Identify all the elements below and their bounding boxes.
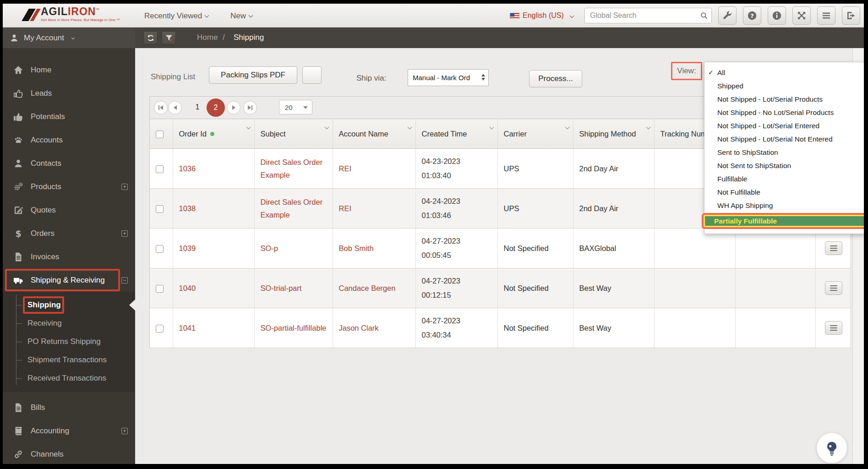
account-name-link[interactable]: Jason Clark	[339, 324, 379, 332]
help-button[interactable]: ?	[743, 6, 761, 25]
order-id-link[interactable]: 1036	[179, 164, 196, 173]
my-account-menu[interactable]: My Account	[3, 27, 135, 48]
last-page-button[interactable]	[243, 101, 257, 115]
sidebar-item-accounts[interactable]: Accounts	[3, 128, 135, 152]
subject-link[interactable]: SO-trial-part	[261, 284, 302, 292]
account-name-link[interactable]: REI	[339, 204, 352, 213]
sidebar-item-channels[interactable]: Channels	[3, 442, 135, 464]
column-header-carrier[interactable]: Carrier	[497, 119, 573, 149]
view-menu-item-partially-fulfillable[interactable]: Partially Fulfillable	[704, 215, 864, 227]
sidebar-item-shipping-receiving[interactable]: Shipping & Receiving−	[3, 268, 135, 292]
view-menu-item-fulfillable[interactable]: Fulfillable	[704, 172, 864, 185]
blank-toolbar-button[interactable]	[302, 66, 322, 84]
sort-chevron-icon[interactable]	[646, 125, 650, 130]
sidebar-item-contacts[interactable]: Contacts	[3, 152, 135, 175]
view-label[interactable]: View:	[677, 66, 696, 76]
sidebar-item-shipping[interactable]: Shipping	[3, 296, 135, 314]
expand-icon[interactable]: +	[121, 428, 128, 434]
view-menu-item-sent-to-shipstation[interactable]: Sent to ShipStation	[704, 146, 864, 159]
sidebar-item-quotes[interactable]: Quotes	[3, 198, 135, 222]
sidebar-item-leads[interactable]: Leads	[3, 82, 135, 105]
sort-chevron-icon[interactable]	[489, 125, 494, 130]
order-id-link[interactable]: 1038	[179, 204, 196, 213]
row-checkbox[interactable]	[156, 165, 164, 173]
menu-button[interactable]	[817, 6, 835, 25]
help-tips-fab[interactable]	[817, 433, 847, 463]
view-menu-item-not-fulfillable[interactable]: Not Fulfillable	[704, 185, 864, 199]
breadcrumb-home[interactable]: Home	[197, 33, 218, 42]
sort-chevron-icon[interactable]	[565, 125, 569, 130]
process-button[interactable]: Process...	[529, 70, 582, 87]
view-menu-item-shipped[interactable]: Shipped	[704, 79, 864, 93]
sidebar-item-receiving[interactable]: Receiving	[3, 314, 135, 333]
packing-slips-pdf-button[interactable]: Packing Slips PDF	[209, 66, 297, 84]
language-selector[interactable]: English (US)	[510, 11, 573, 20]
row-checkbox[interactable]	[156, 285, 164, 293]
global-search-input[interactable]	[584, 8, 712, 23]
column-header-created-time[interactable]: Created Time	[415, 119, 497, 149]
column-header-order-id[interactable]: Order Id	[173, 119, 254, 149]
account-name-link[interactable]: Candace Bergen	[339, 284, 396, 292]
column-header-account-name[interactable]: Account Name	[333, 119, 415, 149]
sidebar-item-po-returns-shipping[interactable]: PO Returns Shipping	[3, 333, 135, 351]
view-menu-item-not-shipped-no-lot-serial-products[interactable]: Not Shipped - No Lot/Serial Products	[704, 106, 864, 119]
home-icon	[13, 65, 24, 76]
prev-page-button[interactable]	[168, 101, 182, 115]
collapse-icon[interactable]: −	[121, 277, 128, 284]
order-id-link[interactable]: 1040	[179, 284, 196, 292]
expand-icon[interactable]: +	[121, 184, 128, 190]
view-menu-item-wh-app-shipping[interactable]: WH App Shipping	[704, 199, 864, 212]
sidebar-item-orders[interactable]: $Orders+	[3, 222, 135, 245]
refresh-button[interactable]	[143, 31, 158, 44]
sort-chevron-icon[interactable]	[246, 125, 251, 130]
row-actions-button[interactable]	[825, 321, 842, 335]
info-button[interactable]	[768, 6, 786, 25]
clear-filter-button[interactable]	[162, 31, 176, 44]
row-actions-button[interactable]	[825, 281, 842, 295]
view-menu-item-not-shipped-lot-serial-not-entered[interactable]: Not Shipped - Lot/Serial Not Entered	[704, 132, 864, 146]
first-page-button[interactable]	[154, 101, 168, 115]
sidebar-item-invoices[interactable]: Invoices	[3, 245, 135, 268]
sidebar-item-home[interactable]: Home	[3, 58, 135, 82]
order-id-link[interactable]: 1041	[179, 324, 196, 332]
row-checkbox[interactable]	[156, 325, 164, 333]
view-menu-item-not-shipped-lot-serial-entered[interactable]: Not Shipped - Lot/Serial Entered	[704, 119, 864, 132]
row-checkbox[interactable]	[156, 205, 164, 213]
sort-chevron-icon[interactable]	[324, 125, 329, 130]
expand-button[interactable]	[792, 6, 811, 25]
account-name-link[interactable]: Bob Smith	[339, 244, 374, 252]
subject-link[interactable]: SO-p	[261, 244, 278, 252]
column-header-subject[interactable]: Subject	[254, 119, 333, 149]
sidebar-item-accounting[interactable]: Accounting+	[3, 419, 135, 442]
recently-viewed-menu[interactable]: Recently Viewed	[144, 11, 208, 21]
order-id-link[interactable]: 1039	[179, 244, 196, 252]
ship-via-select[interactable]: Manual - Mark Ord	[408, 69, 489, 86]
sidebar-item-potentials[interactable]: Potentials	[3, 105, 135, 128]
page-2-active[interactable]: 2	[207, 98, 225, 117]
select-all-checkbox[interactable]	[156, 131, 164, 138]
row-checkbox[interactable]	[156, 245, 164, 253]
column-header-shipping-method[interactable]: Shipping Method	[573, 119, 654, 149]
tools-button[interactable]	[718, 6, 737, 25]
subject-link[interactable]: Direct Sales Order Example	[261, 198, 323, 219]
logout-button[interactable]	[842, 6, 860, 25]
sidebar-item-label: Leads	[31, 89, 52, 98]
sidebar-item-received-transactions[interactable]: Received Transactions	[3, 369, 135, 387]
page-size-select[interactable]: 20	[279, 100, 312, 115]
subject-link[interactable]: Direct Sales Order Example	[261, 158, 323, 179]
expand-icon[interactable]: +	[121, 230, 128, 237]
sidebar-item-shipment-transactions[interactable]: Shipment Transactions	[3, 351, 135, 369]
account-name-link[interactable]: REI	[339, 164, 352, 173]
new-menu[interactable]: New	[230, 11, 252, 21]
sidebar-item-bills[interactable]: Bills	[3, 396, 135, 419]
sidebar-item-products[interactable]: Products+	[3, 175, 135, 198]
view-menu-item-all[interactable]: ✓All	[704, 66, 864, 79]
search-icon[interactable]	[699, 11, 709, 20]
next-page-button[interactable]	[227, 101, 240, 115]
page-1-link[interactable]: 1	[192, 103, 203, 111]
view-menu-item-not-sent-to-shipstation[interactable]: Not Sent to ShipStation	[704, 159, 864, 172]
row-actions-button[interactable]	[825, 241, 842, 255]
subject-link[interactable]: SO-partial-fulfillable	[261, 324, 327, 332]
sort-chevron-icon[interactable]	[407, 125, 412, 130]
view-menu-item-not-shipped-lot-serial-products[interactable]: Not Shipped - Lot/Serial Products	[704, 93, 864, 106]
